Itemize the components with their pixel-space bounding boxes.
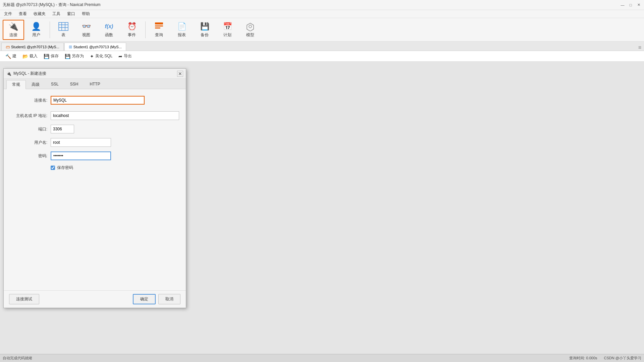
host-row: 主机名或 IP 地址: xyxy=(10,111,179,120)
connection-name-row: 连接名: xyxy=(10,96,179,105)
dialog-tab-ssh[interactable]: SSH xyxy=(64,80,84,89)
connection-name-label: 连接名: xyxy=(10,98,47,103)
menu-favorites[interactable]: 收藏夹 xyxy=(31,10,48,17)
toolbar-event[interactable]: ⏰ 事件 xyxy=(121,20,143,40)
tab-student1-query-label: Student1 @yzh70713 (MyS... xyxy=(11,45,59,49)
toolbar-report-label: 报表 xyxy=(178,32,186,38)
cancel-label: 取消 xyxy=(165,297,173,301)
close-button[interactable]: ✕ xyxy=(636,2,641,8)
menu-file[interactable]: 文件 xyxy=(1,10,15,17)
toolbar-function-label: 函数 xyxy=(105,32,113,38)
sub-saveas-button[interactable]: 💾 另存为 xyxy=(62,52,87,60)
export-icon: ➦ xyxy=(118,54,122,59)
title-bar: 无标题 @yzh70713 (MySQL) - 查询 - Navicat Pre… xyxy=(0,0,644,10)
toolbar-table[interactable]: 表 xyxy=(53,20,74,40)
dialog-tab-general[interactable]: 常规 xyxy=(6,80,26,89)
toolbar: 🔌 连接 👤 用户 表 👓 视图 f(x) xyxy=(0,18,644,42)
sub-beautify-label: 美化 SQL xyxy=(95,53,112,59)
maximize-button[interactable]: □ xyxy=(628,2,633,8)
tab-table-icon: ⊞ xyxy=(69,45,72,49)
dialog-overlay: 🔌 MySQL - 新建连接 ✕ 常规 高级 SSL xyxy=(0,62,644,362)
dialog-title: 🔌 MySQL - 新建连接 xyxy=(6,71,46,76)
sub-build-button[interactable]: 🔨 建 xyxy=(3,52,19,60)
toolbar-model-label: 模型 xyxy=(246,32,254,38)
cancel-button[interactable]: 取消 xyxy=(158,294,180,304)
toolbar-divider-1 xyxy=(50,21,50,38)
host-input[interactable] xyxy=(51,111,179,120)
dialog-tab-http-label: HTTP xyxy=(90,82,100,86)
save-password-label[interactable]: 保存密码 xyxy=(57,165,73,171)
toolbar-schedule[interactable]: 📅 计划 xyxy=(217,20,238,40)
build-icon: 🔨 xyxy=(5,54,11,59)
menu-bar: 文件 查看 收藏夹 工具 窗口 帮助 xyxy=(0,10,644,18)
saveas-icon: 💾 xyxy=(65,54,70,59)
sub-beautify-button[interactable]: ✦ 美化 SQL xyxy=(87,52,115,60)
ok-button[interactable]: 确定 xyxy=(133,294,156,304)
connection-name-input[interactable] xyxy=(51,96,145,105)
port-input[interactable] xyxy=(51,125,74,133)
footer-left: 连接测试 xyxy=(9,294,39,304)
toolbar-view[interactable]: 👓 视图 xyxy=(75,20,97,40)
new-connection-dialog: 🔌 MySQL - 新建连接 ✕ 常规 高级 SSL xyxy=(3,68,186,308)
menu-window[interactable]: 窗口 xyxy=(64,10,78,17)
dialog-close-button[interactable]: ✕ xyxy=(177,71,183,77)
toolbar-function[interactable]: f(x) 函数 xyxy=(98,20,120,40)
sub-toolbar: 🔨 建 📂 载入 💾 保存 💾 另存为 ✦ 美化 SQL ➦ 导出 xyxy=(0,51,644,62)
query-icon xyxy=(154,22,164,32)
toolbar-user[interactable]: 👤 用户 xyxy=(25,20,47,40)
menu-help[interactable]: 帮助 xyxy=(79,10,93,17)
dialog-tab-http[interactable]: HTTP xyxy=(84,80,106,89)
dialog-tabs: 常规 高级 SSL SSH HTTP xyxy=(4,79,186,89)
sub-export-button[interactable]: ➦ 导出 xyxy=(116,52,135,60)
app-window: 无标题 @yzh70713 (MySQL) - 查询 - Navicat Pre… xyxy=(0,0,644,362)
sub-build-label: 建 xyxy=(12,53,16,59)
report-icon: 📄 xyxy=(176,22,187,32)
toolbar-report[interactable]: 📄 报表 xyxy=(171,20,193,40)
footer-right: 确定 取消 xyxy=(133,294,180,304)
dialog-tab-advanced[interactable]: 高级 xyxy=(26,80,45,89)
svg-rect-7 xyxy=(155,27,160,28)
toolbar-query[interactable]: 查询 xyxy=(148,20,170,40)
view-icon: 👓 xyxy=(81,22,92,32)
dialog-tab-ssh-label: SSH xyxy=(70,82,78,86)
dialog-title-icon: 🔌 xyxy=(6,71,11,76)
user-icon: 👤 xyxy=(31,22,42,32)
event-icon: ⏰ xyxy=(126,22,137,32)
dialog-title-text: MySQL - 新建连接 xyxy=(13,71,46,76)
sub-save-button[interactable]: 💾 保存 xyxy=(41,52,61,60)
sub-save-label: 保存 xyxy=(51,53,59,59)
tab-expand-icon: ≡ xyxy=(638,45,641,50)
toolbar-event-label: 事件 xyxy=(128,32,136,38)
dialog-tab-ssl[interactable]: SSL xyxy=(45,80,64,89)
save-icon: 💾 xyxy=(44,54,49,59)
username-input[interactable] xyxy=(51,138,111,147)
save-password-checkbox[interactable] xyxy=(51,166,55,170)
toolbar-model[interactable]: 模型 xyxy=(239,20,261,40)
dialog-tab-general-label: 常规 xyxy=(12,82,20,87)
tab-student1-table[interactable]: ⊞ Student1 @yzh70713 (MyS... xyxy=(64,43,126,51)
menu-view[interactable]: 查看 xyxy=(16,10,30,17)
menu-tools[interactable]: 工具 xyxy=(50,10,63,17)
minimize-button[interactable]: — xyxy=(620,2,625,8)
username-row: 用户名: xyxy=(10,138,179,147)
tab-student1-query[interactable]: 🗃 Student1 @yzh70713 (MyS... xyxy=(1,43,64,51)
toolbar-backup[interactable]: 💾 备份 xyxy=(194,20,215,40)
username-label: 用户名: xyxy=(10,140,47,145)
toolbar-user-label: 用户 xyxy=(32,32,40,38)
sub-load-button[interactable]: 📂 载入 xyxy=(20,52,40,60)
password-input[interactable] xyxy=(51,152,111,160)
test-connection-button[interactable]: 连接测试 xyxy=(9,294,39,304)
toolbar-query-label: 查询 xyxy=(155,32,163,38)
port-label: 端口: xyxy=(10,126,47,132)
window-title: 无标题 @yzh70713 (MySQL) - 查询 - Navicat Pre… xyxy=(3,2,101,8)
toolbar-schedule-label: 计划 xyxy=(223,32,231,38)
tab-bar-right: ≡ xyxy=(638,45,643,51)
table-icon xyxy=(58,22,69,32)
toolbar-connect-label: 连接 xyxy=(9,32,17,38)
tab-bar: 🗃 Student1 @yzh70713 (MyS... ⊞ Student1 … xyxy=(0,42,644,51)
svg-point-9 xyxy=(249,25,252,28)
password-row: 密码: xyxy=(10,152,179,160)
tab-db-icon: 🗃 xyxy=(6,45,10,49)
toolbar-connect[interactable]: 🔌 连接 xyxy=(3,20,24,40)
dialog-content: 连接名: 主机名或 IP 地址: 端口: 用户 xyxy=(4,89,186,290)
